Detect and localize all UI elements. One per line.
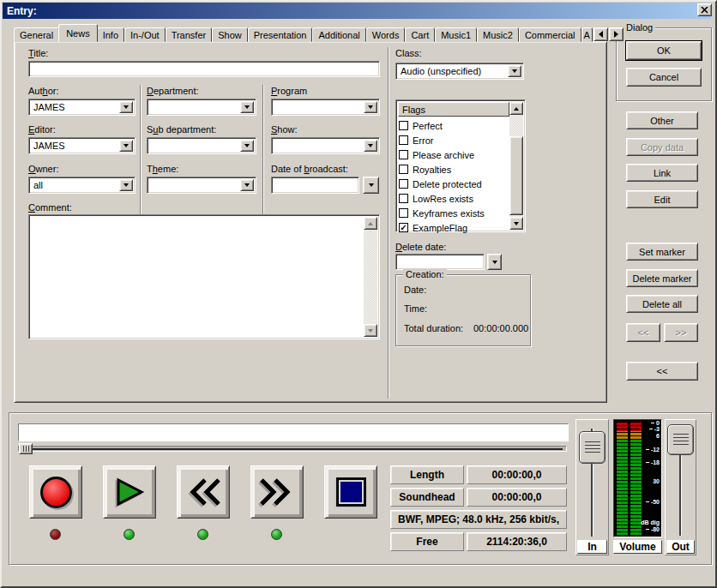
tab-in-out[interactable]: In-/Out (124, 27, 166, 42)
checkbox[interactable] (399, 165, 408, 174)
tab-scroll-left-button[interactable] (593, 27, 608, 41)
link-button[interactable]: Link (626, 164, 698, 182)
dropdown-button[interactable] (364, 140, 377, 152)
fast-forward-button[interactable] (250, 465, 304, 519)
scroll-up-button[interactable] (509, 102, 523, 115)
tab-show[interactable]: Show (212, 27, 248, 42)
tab-overflow[interactable]: A (581, 27, 593, 42)
flags-scrollbar[interactable] (509, 102, 523, 230)
dropdown-button[interactable] (240, 101, 254, 113)
grip-icon (673, 434, 689, 447)
tab-transfer[interactable]: Transfer (166, 27, 213, 42)
flag-item: Keyframes exists (399, 206, 485, 220)
author-combobox[interactable]: JAMES (28, 99, 136, 116)
tab-commercial[interactable]: Commercial (519, 27, 581, 42)
close-icon (701, 7, 708, 14)
delete-all-button[interactable]: Delete all (626, 295, 698, 313)
flags-header[interactable]: Flags (398, 102, 509, 117)
close-button[interactable] (697, 3, 712, 16)
date-of-broadcast-dropdown-button[interactable] (363, 177, 379, 194)
tick (646, 529, 649, 530)
collapse-button[interactable]: << (626, 362, 698, 381)
meter-scale-mark: dB dig (641, 519, 660, 525)
ok-button[interactable]: OK (626, 41, 702, 60)
tab-presentation[interactable]: Presentation (248, 27, 313, 42)
theme-combobox[interactable] (147, 177, 256, 194)
edit-button[interactable]: Edit (626, 190, 698, 208)
marker-next-button[interactable]: >> (664, 323, 698, 342)
title-label: Title: (28, 48, 48, 58)
dropdown-button[interactable] (119, 101, 133, 113)
delete-date-dropdown-button[interactable] (487, 254, 502, 270)
checkbox[interactable] (399, 150, 408, 159)
meter-scale-mark: -80 (646, 526, 660, 532)
dropdown-button[interactable] (508, 65, 521, 77)
checkbox[interactable] (399, 179, 408, 189)
dropdown-button[interactable] (240, 179, 254, 191)
scroll-down-button[interactable] (364, 324, 377, 337)
show-combobox[interactable] (271, 137, 380, 154)
position-slider-thumb[interactable] (19, 443, 33, 454)
tab-general[interactable]: General (14, 27, 59, 42)
copy-data-button[interactable]: Copy data (626, 138, 698, 156)
flag-item: Royalties (399, 162, 451, 177)
tab-news[interactable]: News (58, 24, 98, 42)
meter-scale-mark: 0 (651, 420, 660, 426)
scroll-up-button[interactable] (364, 217, 377, 230)
left-arrow-icon (595, 31, 603, 38)
out-fader-thumb[interactable] (667, 424, 694, 455)
date-of-broadcast-input[interactable] (271, 177, 359, 194)
checkbox[interactable] (399, 135, 408, 145)
play-button[interactable] (103, 465, 156, 519)
tab-music2[interactable]: Music2 (477, 27, 519, 42)
format-info: BWF, MPEG; 48.0 kHz, 256 kbit/s, (390, 510, 567, 529)
dropdown-button[interactable] (119, 179, 133, 191)
program-combobox[interactable] (271, 99, 380, 116)
stop-button[interactable] (324, 465, 377, 519)
title-input[interactable] (28, 61, 380, 77)
other-button[interactable]: Other (626, 111, 698, 129)
marker-prev-button[interactable]: << (626, 323, 660, 342)
owner-combobox[interactable]: all (28, 177, 136, 194)
scrollbar-thumb[interactable] (509, 136, 523, 215)
checkbox[interactable] (399, 208, 408, 218)
delete-date-input[interactable] (395, 254, 485, 270)
dropdown-button[interactable] (119, 140, 133, 152)
tab-music1[interactable]: Music1 (435, 27, 477, 42)
comment-scrollbar[interactable] (364, 217, 377, 337)
player-panel: Length 00:00:00,0 Soundhead 00:00:00,0 B… (9, 412, 712, 565)
dropdown-button[interactable] (240, 140, 254, 152)
set-marker-button[interactable]: Set marker (626, 243, 698, 261)
tab-cart[interactable]: Cart (405, 27, 435, 42)
out-label: Out (666, 540, 695, 554)
tab-additional[interactable]: Additional (312, 27, 365, 42)
cancel-button[interactable]: Cancel (626, 68, 702, 87)
class-combobox[interactable]: Audio (unspecified) (395, 63, 524, 80)
scroll-down-button[interactable] (509, 217, 523, 230)
grip-icon (585, 441, 600, 454)
flag-item: Delete protected (399, 177, 482, 191)
record-button[interactable] (29, 465, 82, 519)
stop-icon (336, 477, 366, 507)
department-combobox[interactable] (147, 99, 256, 116)
total-duration-value: 00:00:00.000 (473, 323, 528, 333)
in-fader-panel: In (575, 419, 609, 555)
volume-label: Volume (613, 540, 662, 554)
chevron-down-icon (124, 144, 129, 150)
out-fader-panel: Out (665, 419, 696, 555)
tab-scroll-right-button[interactable] (609, 27, 624, 41)
sub-department-combobox[interactable] (147, 137, 256, 154)
position-slider-track[interactable] (18, 446, 567, 452)
editor-combobox[interactable]: JAMES (28, 137, 136, 154)
rewind-button[interactable] (177, 465, 230, 519)
delete-marker-button[interactable]: Delete marker (626, 269, 698, 287)
checkbox[interactable]: ✓ (399, 223, 408, 232)
tab-info[interactable]: Info (97, 27, 124, 42)
dropdown-button[interactable] (364, 101, 377, 113)
tab-words[interactable]: Words (366, 27, 406, 42)
checkbox[interactable] (399, 194, 408, 203)
checkbox[interactable] (399, 121, 408, 130)
in-fader-thumb[interactable] (579, 431, 606, 464)
comment-textarea[interactable] (28, 214, 380, 339)
show-label: Show: (271, 124, 298, 135)
